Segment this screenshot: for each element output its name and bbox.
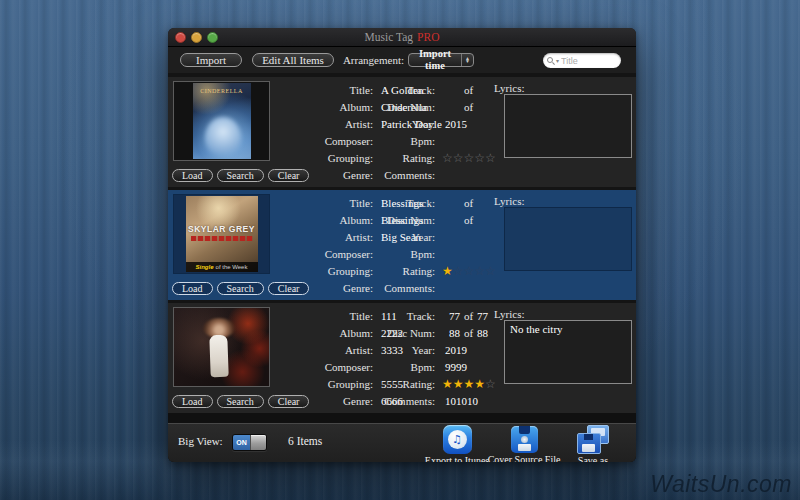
comments-field[interactable] (445, 281, 505, 296)
rating-stars[interactable]: ★☆☆☆☆ (442, 264, 496, 279)
disc-fields[interactable]: of (440, 213, 501, 228)
rating-stars-empty: ☆☆☆☆☆ (442, 151, 496, 165)
disc-total-field[interactable] (477, 213, 501, 228)
itunes-icon (443, 425, 472, 454)
disc-of-label: of (460, 213, 477, 228)
track-of-label: of (460, 196, 477, 211)
track-of-label: of (460, 83, 477, 98)
footer: Big View: ON 6 Items Export to Itunes Co… (168, 413, 636, 462)
disc-total-field[interactable] (477, 100, 501, 115)
track-fields[interactable]: of (440, 196, 501, 211)
comments-field[interactable] (445, 168, 505, 183)
year-label: Year: (348, 343, 435, 358)
album-art-concert-photo (174, 308, 269, 386)
rating-stars-filled: ★ (442, 264, 453, 278)
album-art-cinderella: CINDERELLA (193, 83, 251, 159)
stacked-floppy-disks-icon (577, 425, 609, 454)
year-field[interactable] (445, 230, 505, 245)
window-title: Music TagPRO (168, 31, 636, 43)
track-number-field[interactable] (440, 83, 460, 98)
year-field[interactable]: 2015 (445, 117, 505, 132)
cover-source-file-label: Cover Source File (488, 454, 561, 462)
rating-label: Rating: (348, 377, 435, 392)
lyrics-field[interactable] (504, 207, 632, 271)
track-number-field[interactable]: 77 (440, 309, 460, 324)
import-button[interactable]: Import (180, 53, 242, 67)
disc-number-field[interactable] (440, 100, 460, 115)
disc-of-label: of (460, 326, 477, 341)
cover-source-file-button[interactable]: Cover Source File (488, 425, 560, 462)
search-field[interactable]: ▾ (543, 53, 621, 68)
item-list: CINDERELLA Load Search Clear Title: Albu… (168, 73, 636, 413)
lyrics-field[interactable]: No the citry (504, 320, 632, 384)
arrangement-label: Arrangement: (318, 54, 404, 66)
chevron-up-down-icon: ▲▼ (461, 54, 473, 66)
album-art-figure (208, 320, 230, 380)
search-input[interactable] (561, 56, 613, 66)
load-button[interactable]: Load (172, 395, 213, 408)
rating-stars-filled: ★★★★ (442, 377, 485, 391)
list-item[interactable]: CINDERELLA Load Search Clear Title: Albu… (168, 77, 636, 187)
big-view-toggle[interactable]: ON (232, 434, 267, 451)
music-note-icon (452, 434, 462, 445)
load-button[interactable]: Load (172, 169, 213, 182)
search-button[interactable]: Search (217, 282, 264, 295)
disc-of-label: of (460, 100, 477, 115)
export-to-itunes-button[interactable]: Export to Itunes (425, 425, 489, 462)
comments-label: Comments: (348, 281, 435, 296)
search-icon (547, 56, 555, 65)
disc-number-field[interactable] (440, 213, 460, 228)
track-label: Track: (348, 196, 435, 211)
single-badge-rest: of the Week (216, 264, 248, 270)
single-badge-text: Single (196, 264, 214, 270)
album-art-well[interactable]: SKYLAR GREY Single of the Week (173, 194, 270, 274)
load-button[interactable]: Load (172, 282, 213, 295)
desktop: WaitsUn.com Music TagPRO Import Edit All… (0, 0, 800, 500)
disc-number-field[interactable]: 88 (440, 326, 460, 341)
rating-stars[interactable]: ★★★★☆ (442, 377, 496, 392)
album-art-title-text: CINDERELLA (193, 88, 251, 94)
comments-field[interactable]: 101010 (445, 394, 505, 409)
save-as-button[interactable]: Save as (564, 425, 622, 462)
disc-total-field[interactable]: 88 (477, 326, 501, 341)
album-art-skylar-grey: SKYLAR GREY Single of the Week (186, 196, 258, 272)
disc-fields[interactable]: 88 of 88 (440, 326, 501, 341)
save-as-label: Save as (578, 455, 608, 462)
export-to-itunes-label: Export to Itunes (425, 455, 489, 462)
toolbar: Import Edit All Items Arrangement: Impor… (168, 47, 636, 73)
window-title-pro: PRO (417, 31, 439, 43)
album-art-bottom-band: Single of the Week (186, 262, 258, 272)
rating-label: Rating: (348, 151, 435, 166)
disc-fields[interactable]: of (440, 100, 501, 115)
watermark: WaitsUn.com (650, 471, 792, 498)
search-button[interactable]: Search (217, 395, 264, 408)
arrangement-dropdown[interactable]: Import time ▲▼ (408, 53, 474, 67)
bpm-field[interactable]: 9999 (445, 360, 505, 375)
track-fields[interactable]: of (440, 83, 501, 98)
rating-stars-empty: ☆☆☆☆ (453, 264, 496, 278)
bpm-field[interactable] (445, 134, 505, 149)
disc-label: Disc Num: (348, 326, 435, 341)
album-art-well[interactable] (173, 307, 270, 387)
comments-label: Comments: (348, 168, 435, 183)
search-scope-caret-icon: ▾ (556, 58, 559, 64)
toggle-handle[interactable] (250, 435, 266, 450)
bpm-label: Bpm: (348, 360, 435, 375)
disc-label: Disc Num: (348, 100, 435, 115)
list-item[interactable]: Load Search Clear Title: Album: Artist: … (168, 303, 636, 413)
year-field[interactable]: 2019 (445, 343, 505, 358)
bpm-field[interactable] (445, 247, 505, 262)
search-button[interactable]: Search (217, 169, 264, 182)
list-item-selected[interactable]: SKYLAR GREY Single of the Week Load Sear… (168, 190, 636, 300)
track-fields[interactable]: 77 of 77 (440, 309, 501, 324)
album-art-well[interactable]: CINDERELLA (173, 81, 270, 161)
window-title-text: Music Tag (365, 31, 414, 43)
disc-label: Disc Num: (348, 213, 435, 228)
album-art-red-text-bar (191, 236, 253, 241)
lyrics-field[interactable] (504, 94, 632, 158)
bpm-label: Bpm: (348, 247, 435, 262)
track-number-field[interactable] (440, 196, 460, 211)
album-art-title-text: SKYLAR GREY (186, 224, 258, 234)
rating-stars[interactable]: ☆☆☆☆☆ (442, 151, 496, 166)
title-bar[interactable]: Music TagPRO (168, 28, 636, 47)
